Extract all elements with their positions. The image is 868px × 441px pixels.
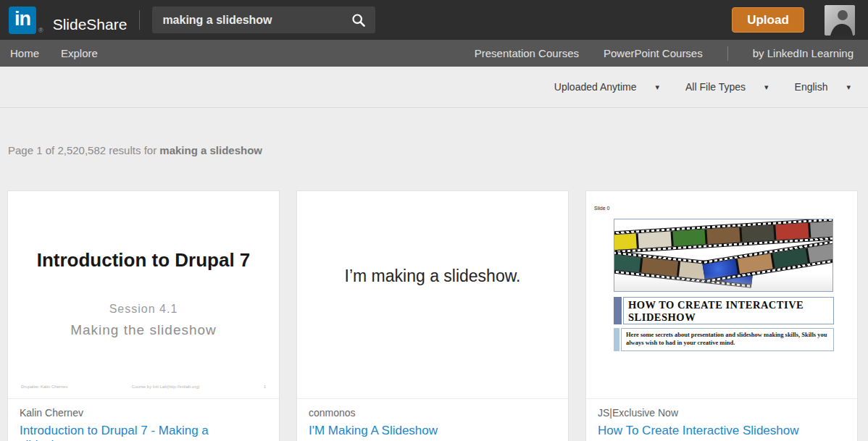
top-bar: in ® SlideShare Upload	[0, 0, 868, 40]
slide-subtitle-text: Session 4.1	[8, 303, 279, 316]
chevron-down-icon: ▾	[764, 83, 769, 91]
result-author[interactable]: conmonos	[309, 407, 556, 419]
slide-footer-left: Drupalist: Kalin Chernev	[21, 385, 68, 389]
filmstrip-image	[614, 219, 833, 292]
slide-title-text: HOW TO CREATE INTERACTIVE SLIDESHOW	[623, 297, 834, 324]
nav-powerpoint-courses[interactable]: PowerPoint Courses	[604, 47, 703, 59]
slide-title-text: I’m making a slideshow.	[297, 266, 568, 286]
registered-mark: ®	[38, 27, 43, 34]
brand[interactable]: in ® SlideShare	[9, 7, 127, 34]
header-divider	[139, 10, 140, 30]
result-author[interactable]: JS|Exclusive Now	[598, 407, 846, 419]
result-card[interactable]: Slide 0	[585, 190, 858, 441]
chevron-down-icon: ▾	[846, 83, 851, 91]
filter-uploaded-anytime[interactable]: Uploaded Anytime ▾	[554, 81, 659, 93]
results-summary-query: making a slideshow	[159, 144, 262, 156]
slide-heading-box: HOW TO CREATE INTERACTIVE SLIDESHOW	[614, 297, 834, 324]
search-box	[152, 7, 375, 33]
nav-by-linkedin-learning[interactable]: by LinkedIn Learning	[753, 47, 854, 59]
result-meta: Kalin Chernev Introduction to Drupal 7 -…	[8, 399, 279, 441]
result-title-link[interactable]: I'M Making A Slideshow	[309, 424, 556, 438]
search-button[interactable]	[346, 13, 375, 28]
results-grid: Introduction to Drupal 7 Session 4.1 Mak…	[7, 190, 861, 441]
result-title-link[interactable]: Introduction to Drupal 7 - Making a slid…	[20, 424, 267, 441]
slide-subtext-box: Here some secrets about presentation and…	[614, 328, 834, 351]
chevron-down-icon: ▾	[655, 83, 659, 91]
slide-footer-center: Course by Init Lab(http://initlab.org)	[132, 385, 200, 389]
slide-thumbnail[interactable]: I’m making a slideshow.	[297, 191, 568, 399]
filter-label: English	[795, 81, 828, 93]
brand-name[interactable]: SlideShare	[53, 16, 128, 33]
linkedin-logo-icon[interactable]: in	[9, 7, 36, 34]
upload-button[interactable]: Upload	[732, 7, 804, 33]
slide-thumbnail[interactable]: Introduction to Drupal 7 Session 4.1 Mak…	[8, 191, 279, 399]
result-title-link[interactable]: How To Create Interactive Slideshow	[598, 424, 846, 438]
nav-home[interactable]: Home	[10, 47, 39, 59]
filter-language[interactable]: English ▾	[795, 81, 851, 93]
filter-label: All File Types	[685, 81, 746, 93]
result-meta: JS|Exclusive Now How To Create Interacti…	[586, 399, 857, 438]
slide-subtitle-text: Making the slideshow	[8, 322, 279, 338]
avatar-photo	[825, 5, 855, 35]
nav-bar: Home Explore Presentation Courses PowerP…	[0, 40, 868, 67]
slide-number-label: Slide 0	[594, 206, 609, 211]
slide-thumbnail[interactable]: Slide 0	[586, 191, 857, 399]
nav-explore[interactable]: Explore	[61, 47, 98, 59]
user-avatar[interactable]	[825, 5, 855, 35]
nav-right: Presentation Courses PowerPoint Courses …	[475, 46, 854, 61]
filter-label: Uploaded Anytime	[554, 81, 637, 93]
filter-bar: Uploaded Anytime ▾ All File Types ▾ Engl…	[0, 67, 868, 108]
filter-file-types[interactable]: All File Types ▾	[685, 81, 769, 93]
slide-footer: Drupalist: Kalin Chernev Course by Init …	[21, 385, 266, 389]
result-author[interactable]: Kalin Chernev	[20, 407, 267, 419]
heading-accent-bar	[614, 297, 622, 324]
nav-presentation-courses[interactable]: Presentation Courses	[475, 47, 579, 59]
filmstrip-reflection	[614, 274, 832, 291]
slide-title-text: Introduction to Drupal 7	[8, 249, 279, 272]
nav-divider	[727, 46, 728, 61]
result-card[interactable]: I’m making a slideshow. conmonos I'M Mak…	[296, 190, 569, 441]
results-summary: Page 1 of 2,520,582 results for making a…	[0, 108, 868, 157]
search-icon	[351, 13, 366, 28]
slide-footer-page: 1	[264, 385, 266, 389]
subtext-accent-bar	[614, 328, 619, 351]
results-summary-prefix: Page 1 of 2,520,582 results for	[8, 144, 157, 156]
search-input[interactable]	[152, 14, 346, 27]
result-meta: conmonos I'M Making A Slideshow	[297, 399, 568, 438]
result-card[interactable]: Introduction to Drupal 7 Session 4.1 Mak…	[7, 190, 280, 441]
nav-left: Home Explore	[10, 47, 98, 59]
slide-subtitle-text: Here some secrets about presentation and…	[621, 328, 834, 351]
